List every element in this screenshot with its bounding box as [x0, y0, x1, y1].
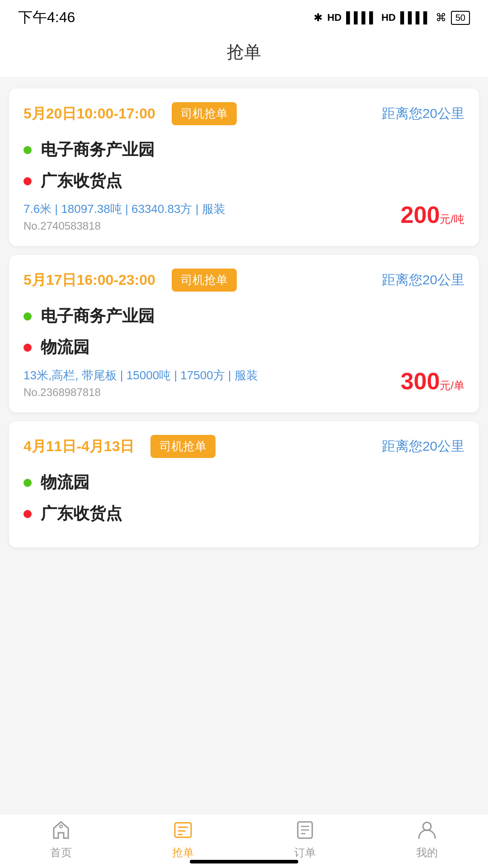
- pickup-location-1: 电子商务产业园: [23, 139, 465, 161]
- order-date-2: 5月17日16:00-23:00: [23, 270, 155, 290]
- grab-badge-2[interactable]: 司机抢单: [172, 269, 237, 292]
- orders-list: 5月20日10:00-17:00 司机抢单 距离您20公里 电子商务产业园 广东…: [0, 78, 488, 558]
- signal-hd2-icon: HD: [381, 12, 396, 24]
- orders-icon: [293, 818, 317, 842]
- signal-bars2-icon: ▌▌▌▌: [400, 11, 431, 24]
- nav-item-grab[interactable]: 抢单: [122, 818, 244, 860]
- page-title: 抢单: [227, 42, 261, 61]
- order-no-1: No.2740583818: [23, 220, 225, 232]
- status-icons: ✱ HD ▌▌▌▌ HD ▌▌▌▌ ⌘ 50: [314, 11, 470, 25]
- status-bar: 下午4:46 ✱ HD ▌▌▌▌ HD ▌▌▌▌ ⌘ 50: [0, 0, 488, 32]
- distance-2: 距离您20公里: [382, 271, 465, 289]
- svg-rect-1: [175, 823, 191, 837]
- home-indicator: [190, 860, 298, 863]
- pickup-location-3: 物流园: [23, 472, 465, 494]
- grab-badge-3[interactable]: 司机抢单: [150, 435, 216, 458]
- delivery-location-2: 物流园: [23, 336, 465, 359]
- distance-1: 距离您20公里: [382, 104, 465, 123]
- status-time: 下午4:46: [18, 8, 75, 28]
- card-details-1: 7.6米 | 18097.38吨 | 63340.83方 | 服装 No.274…: [23, 201, 225, 232]
- order-date-1: 5月20日10:00-17:00: [23, 104, 155, 124]
- specs-1: 7.6米 | 18097.38吨 | 63340.83方 | 服装: [23, 201, 225, 217]
- battery-icon: 50: [451, 11, 470, 25]
- locations-3: 物流园 广东收货点: [23, 472, 465, 525]
- nav-label-orders: 订单: [294, 845, 316, 860]
- nav-item-mine[interactable]: 我的: [366, 818, 488, 860]
- svg-point-0: [60, 825, 62, 828]
- delivery-text-1: 广东收货点: [41, 170, 122, 192]
- pickup-text-3: 物流园: [41, 472, 89, 494]
- delivery-text-2: 物流园: [41, 336, 89, 359]
- delivery-dot-3: [23, 510, 32, 518]
- order-date-3: 4月11日-4月13日: [23, 437, 134, 457]
- delivery-dot-1: [23, 177, 32, 185]
- nav-label-mine: 我的: [416, 845, 438, 860]
- signal-bars-icon: ▌▌▌▌: [346, 11, 377, 24]
- locations-1: 电子商务产业园 广东收货点: [23, 139, 465, 192]
- pickup-dot-1: [23, 146, 32, 154]
- wifi-icon: ⌘: [436, 11, 446, 24]
- delivery-location-1: 广东收货点: [23, 170, 465, 192]
- delivery-location-3: 广东收货点: [23, 503, 465, 525]
- grab-badge-1[interactable]: 司机抢单: [172, 102, 237, 125]
- nav-item-home[interactable]: 首页: [0, 818, 122, 860]
- price-value-1: 200: [401, 202, 440, 228]
- bluetooth-icon: ✱: [314, 11, 323, 24]
- order-card-1[interactable]: 5月20日10:00-17:00 司机抢单 距离您20公里 电子商务产业园 广东…: [9, 89, 479, 246]
- specs-2: 13米,高栏, 带尾板 | 15000吨 | 17500方 | 服装: [23, 368, 258, 383]
- svg-point-9: [423, 822, 431, 830]
- mine-icon: [415, 818, 439, 842]
- locations-2: 电子商务产业园 物流园: [23, 305, 465, 359]
- signal-hd-icon: HD: [327, 12, 342, 24]
- card-details-2: 13米,高栏, 带尾板 | 15000吨 | 17500方 | 服装 No.23…: [23, 368, 258, 399]
- pickup-dot-3: [23, 479, 32, 487]
- nav-label-grab: 抢单: [172, 845, 194, 860]
- home-icon: [49, 818, 73, 842]
- page-header: 抢单: [0, 32, 488, 78]
- price-container-2: 300元/单: [401, 368, 465, 395]
- pickup-location-2: 电子商务产业园: [23, 305, 465, 327]
- order-card-2[interactable]: 5月17日16:00-23:00 司机抢单 距离您20公里 电子商务产业园 物流…: [9, 255, 479, 412]
- nav-item-orders[interactable]: 订单: [244, 818, 366, 860]
- delivery-text-3: 广东收货点: [41, 503, 122, 525]
- order-card-3[interactable]: 4月11日-4月13日 司机抢单 距离您20公里 物流园 广东收货点: [9, 421, 479, 547]
- nav-label-home: 首页: [50, 845, 72, 860]
- card-footer-1: 7.6米 | 18097.38吨 | 63340.83方 | 服装 No.274…: [23, 201, 465, 232]
- grab-icon: [171, 818, 195, 842]
- pickup-text-2: 电子商务产业园: [41, 305, 155, 327]
- distance-3: 距离您20公里: [382, 437, 465, 456]
- price-value-2: 300: [401, 368, 440, 394]
- delivery-dot-2: [23, 344, 32, 352]
- price-unit-2: 元/单: [440, 379, 465, 392]
- price-unit-1: 元/吨: [440, 213, 465, 225]
- order-no-2: No.2368987818: [23, 386, 258, 399]
- price-container-1: 200元/吨: [401, 201, 465, 228]
- pickup-text-1: 电子商务产业园: [41, 139, 155, 161]
- card-footer-2: 13米,高栏, 带尾板 | 15000吨 | 17500方 | 服装 No.23…: [23, 368, 465, 399]
- pickup-dot-2: [23, 312, 32, 321]
